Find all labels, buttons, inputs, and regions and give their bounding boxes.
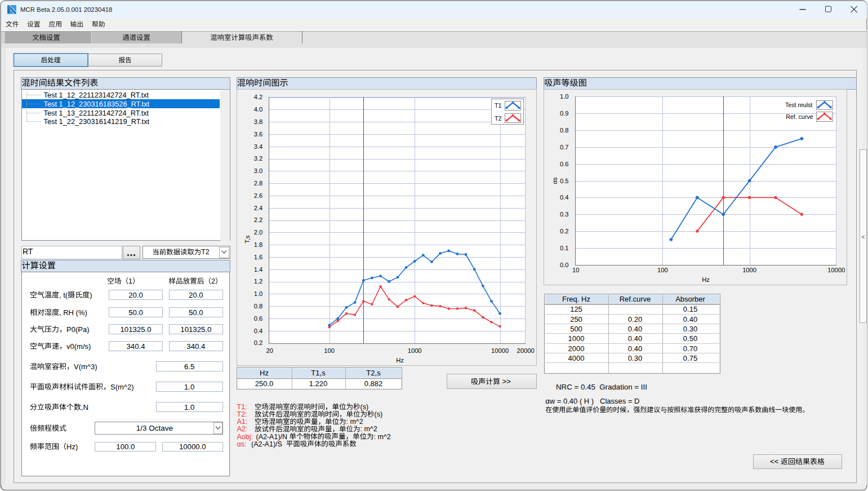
svg-text:: m^2: : m^2 — [360, 425, 377, 433]
svg-text:0.882: 0.882 — [364, 379, 383, 388]
svg-text:T2: T2 — [201, 248, 210, 256]
svg-text:T1: T1 — [495, 102, 502, 109]
svg-text:T2,s: T2,s — [366, 369, 381, 377]
svg-text:Test 1_22_230316141219_RT.txt: Test 1_22_230316141219_RT.txt — [44, 117, 150, 126]
svg-text:10: 10 — [572, 267, 579, 273]
svg-text:0.40: 0.40 — [628, 325, 642, 333]
svg-text:Test 1_13_221123142724_RT.txt: Test 1_13_221123142724_RT.txt — [44, 109, 149, 117]
svg-text:3.0: 3.0 — [254, 167, 263, 174]
svg-text:340.4: 340.4 — [127, 342, 145, 351]
svg-text:Test reulst: Test reulst — [785, 101, 812, 108]
svg-text:0.6: 0.6 — [254, 315, 263, 322]
svg-text:(s): (s) — [375, 410, 383, 418]
svg-text:A2:: A2: — [237, 425, 248, 433]
svg-text:Hz: Hz — [702, 276, 710, 283]
svg-text:0.40: 0.40 — [628, 334, 642, 343]
svg-text:1.0: 1.0 — [560, 93, 569, 100]
svg-text:(s): (s) — [360, 403, 369, 411]
svg-text:0.7: 0.7 — [560, 144, 569, 151]
svg-text:50.0: 50.0 — [189, 308, 203, 317]
svg-text:v0(m/s): v0(m/s) — [66, 342, 91, 351]
svg-text:0.20: 0.20 — [628, 315, 642, 324]
svg-text:: m^2: : m^2 — [346, 418, 363, 426]
svg-text:Ref.curve: Ref.curve — [620, 295, 651, 303]
svg-text:10000: 10000 — [827, 267, 845, 273]
svg-text:1.8: 1.8 — [254, 241, 263, 248]
svg-text:NRC = 0.45 Gradation = III: NRC = 0.45 Gradation = III — [556, 383, 647, 391]
svg-text:Ref. curve: Ref. curve — [786, 113, 813, 120]
svg-text:0.3: 0.3 — [560, 211, 569, 218]
svg-text:3.2: 3.2 — [254, 155, 263, 162]
svg-text:1.0: 1.0 — [254, 290, 263, 297]
svg-text:50.0: 50.0 — [128, 308, 143, 317]
svg-text:1.220: 1.220 — [309, 379, 328, 388]
svg-text:20.0: 20.0 — [128, 291, 143, 299]
svg-text:0.2: 0.2 — [560, 228, 569, 235]
svg-text:250: 250 — [570, 315, 582, 324]
svg-text:T2:: T2: — [237, 410, 247, 418]
svg-text:125: 125 — [570, 305, 582, 313]
svg-text:0.8: 0.8 — [254, 303, 263, 309]
svg-text:Aobj:: Aobj: — [237, 433, 253, 441]
svg-text:10000: 10000 — [491, 347, 509, 354]
svg-text:0.4: 0.4 — [254, 328, 263, 334]
svg-text:3.6: 3.6 — [254, 131, 263, 138]
svg-text:20000: 20000 — [517, 347, 535, 354]
svg-text:,N: ,N — [81, 403, 88, 412]
svg-text:2000: 2000 — [568, 344, 585, 353]
svg-text:Freq. Hz: Freq. Hz — [562, 295, 590, 303]
svg-text:1/3 Octave: 1/3 Octave — [136, 424, 173, 432]
svg-text:1.6: 1.6 — [254, 254, 263, 260]
svg-text:αs: αs — [551, 177, 558, 184]
svg-text:0.4: 0.4 — [560, 194, 569, 201]
svg-text:2.4: 2.4 — [254, 205, 263, 211]
svg-text:0.2: 0.2 — [254, 339, 263, 346]
svg-text:3.4: 3.4 — [254, 143, 263, 150]
svg-text:0.30: 0.30 — [628, 354, 642, 362]
svg-text:0.40: 0.40 — [628, 344, 642, 353]
svg-text:1.0: 1.0 — [184, 383, 194, 391]
svg-text:100: 100 — [324, 347, 335, 354]
svg-text:P0(Pa): P0(Pa) — [66, 325, 89, 334]
svg-text:T2: T2 — [495, 115, 502, 122]
svg-text:20.0: 20.0 — [189, 291, 203, 299]
svg-text:: m^2: : m^2 — [374, 433, 391, 441]
svg-text:0.15: 0.15 — [683, 305, 697, 313]
svg-text:100: 100 — [657, 267, 668, 273]
svg-text:αw = 0.40 ( H ) Classes = D: αw = 0.40 ( H ) Classes = D — [545, 397, 639, 405]
svg-text:1000: 1000 — [408, 347, 422, 354]
svg-text:0.1: 0.1 — [560, 245, 569, 251]
svg-text:Hz: Hz — [396, 357, 404, 364]
svg-text:0.40: 0.40 — [683, 315, 697, 324]
svg-text:1: 1 — [128, 277, 132, 285]
svg-text:0.5: 0.5 — [560, 178, 569, 184]
svg-text:1.2: 1.2 — [254, 278, 263, 285]
svg-text:4000: 4000 — [568, 354, 585, 362]
svg-text:, RH (%): , RH (%) — [59, 308, 87, 317]
svg-text:): ) — [90, 291, 92, 299]
svg-text:101325.0: 101325.0 — [121, 325, 152, 334]
svg-text:0.75: 0.75 — [683, 354, 697, 362]
svg-text:2.2: 2.2 — [254, 216, 263, 223]
svg-text:500: 500 — [570, 325, 582, 333]
svg-text:10000.0: 10000.0 — [179, 443, 206, 451]
svg-text:1.4: 1.4 — [254, 266, 263, 273]
svg-text:Test 1_12_221123142724_RT.txt: Test 1_12_221123142724_RT.txt — [44, 91, 149, 99]
svg-text:RT: RT — [23, 247, 33, 256]
svg-text:250.0: 250.0 — [255, 379, 274, 388]
svg-text:1000: 1000 — [742, 267, 756, 273]
svg-text:2.6: 2.6 — [254, 192, 263, 199]
svg-text:T1:: T1: — [237, 403, 247, 411]
svg-text:<: < — [862, 234, 865, 240]
svg-text:1.0: 1.0 — [184, 403, 194, 412]
svg-text:T,s: T,s — [244, 235, 251, 244]
svg-text:2.8: 2.8 — [254, 180, 263, 187]
svg-text:0.9: 0.9 — [560, 110, 569, 117]
svg-text:340.4: 340.4 — [186, 342, 205, 351]
svg-text:Absorber: Absorber — [675, 295, 705, 303]
svg-text:0.6: 0.6 — [560, 161, 569, 167]
svg-text:αs:: αs: — [237, 440, 247, 448]
svg-text:0.8: 0.8 — [560, 127, 569, 134]
svg-text:4.0: 4.0 — [254, 106, 263, 113]
svg-text:(A2-A1)/N: (A2-A1)/N — [256, 433, 290, 441]
